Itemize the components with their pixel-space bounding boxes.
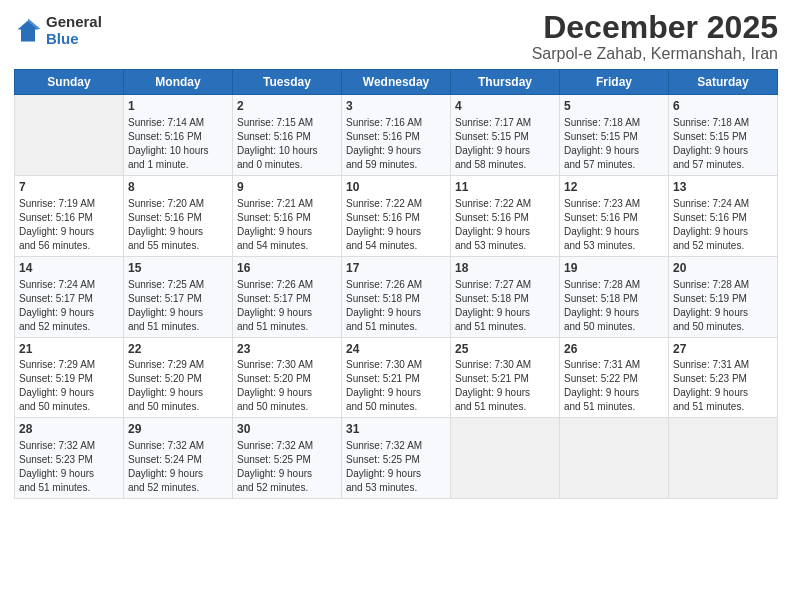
day-info-line: and 51 minutes. (237, 320, 337, 334)
day-info-line: and 53 minutes. (564, 239, 664, 253)
day-info-line: and 55 minutes. (128, 239, 228, 253)
day-info-line: Daylight: 9 hours (673, 144, 773, 158)
day-info-line: and 52 minutes. (673, 239, 773, 253)
calendar-cell (451, 418, 560, 499)
day-info-line: Sunrise: 7:20 AM (128, 197, 228, 211)
calendar-cell: 25Sunrise: 7:30 AMSunset: 5:21 PMDayligh… (451, 337, 560, 418)
day-info-line: Daylight: 9 hours (564, 386, 664, 400)
calendar-cell: 31Sunrise: 7:32 AMSunset: 5:25 PMDayligh… (342, 418, 451, 499)
day-info-line: Sunset: 5:21 PM (346, 372, 446, 386)
day-info-line: and 53 minutes. (346, 481, 446, 495)
day-info-line: Sunset: 5:23 PM (673, 372, 773, 386)
day-info-line: Sunrise: 7:32 AM (19, 439, 119, 453)
day-info-line: and 50 minutes. (237, 400, 337, 414)
col-saturday: Saturday (669, 70, 778, 95)
day-info-line: Sunrise: 7:18 AM (673, 116, 773, 130)
calendar-cell: 29Sunrise: 7:32 AMSunset: 5:24 PMDayligh… (124, 418, 233, 499)
calendar-week-row: 21Sunrise: 7:29 AMSunset: 5:19 PMDayligh… (15, 337, 778, 418)
day-info-line: Daylight: 9 hours (455, 225, 555, 239)
day-info-line: Sunrise: 7:30 AM (346, 358, 446, 372)
logo-text: General Blue (46, 14, 102, 47)
day-info-line: and 50 minutes. (564, 320, 664, 334)
col-thursday: Thursday (451, 70, 560, 95)
day-info-line: Daylight: 9 hours (237, 306, 337, 320)
day-info-line: Sunrise: 7:27 AM (455, 278, 555, 292)
day-info-line: Sunset: 5:16 PM (346, 130, 446, 144)
day-info-line: Daylight: 9 hours (19, 386, 119, 400)
calendar-cell: 21Sunrise: 7:29 AMSunset: 5:19 PMDayligh… (15, 337, 124, 418)
day-info-line: Sunset: 5:23 PM (19, 453, 119, 467)
day-info-line: and 51 minutes. (564, 400, 664, 414)
day-info-line: Sunset: 5:18 PM (455, 292, 555, 306)
calendar-cell: 18Sunrise: 7:27 AMSunset: 5:18 PMDayligh… (451, 256, 560, 337)
day-info-line: Daylight: 9 hours (128, 467, 228, 481)
day-info-line: and 59 minutes. (346, 158, 446, 172)
day-info-line: Daylight: 9 hours (346, 225, 446, 239)
day-info-line: Daylight: 9 hours (673, 386, 773, 400)
calendar-cell: 28Sunrise: 7:32 AMSunset: 5:23 PMDayligh… (15, 418, 124, 499)
day-info-line: Sunset: 5:15 PM (564, 130, 664, 144)
day-number: 21 (19, 341, 119, 358)
day-info-line: Sunset: 5:24 PM (128, 453, 228, 467)
day-info-line: and 52 minutes. (19, 320, 119, 334)
day-info-line: Sunset: 5:20 PM (237, 372, 337, 386)
day-number: 19 (564, 260, 664, 277)
calendar-cell (669, 418, 778, 499)
day-info-line: Daylight: 9 hours (673, 225, 773, 239)
calendar-cell: 27Sunrise: 7:31 AMSunset: 5:23 PMDayligh… (669, 337, 778, 418)
page-header: General Blue December 2025 Sarpol-e Zaha… (14, 10, 778, 63)
day-info-line: Daylight: 10 hours (128, 144, 228, 158)
day-number: 10 (346, 179, 446, 196)
day-info-line: and 51 minutes. (455, 320, 555, 334)
day-number: 28 (19, 421, 119, 438)
day-info-line: Sunset: 5:16 PM (237, 130, 337, 144)
day-number: 9 (237, 179, 337, 196)
day-number: 24 (346, 341, 446, 358)
day-info-line: Sunrise: 7:29 AM (128, 358, 228, 372)
day-info-line: Sunset: 5:17 PM (128, 292, 228, 306)
day-info-line: Daylight: 9 hours (346, 306, 446, 320)
day-number: 26 (564, 341, 664, 358)
day-info-line: Sunset: 5:15 PM (455, 130, 555, 144)
day-number: 13 (673, 179, 773, 196)
header-row: Sunday Monday Tuesday Wednesday Thursday… (15, 70, 778, 95)
day-info-line: and 51 minutes. (346, 320, 446, 334)
day-info-line: Sunset: 5:18 PM (346, 292, 446, 306)
day-info-line: Sunrise: 7:14 AM (128, 116, 228, 130)
day-info-line: Sunrise: 7:32 AM (346, 439, 446, 453)
day-info-line: Sunrise: 7:15 AM (237, 116, 337, 130)
calendar-cell: 12Sunrise: 7:23 AMSunset: 5:16 PMDayligh… (560, 175, 669, 256)
day-info-line: Sunrise: 7:16 AM (346, 116, 446, 130)
day-info-line: Sunset: 5:16 PM (673, 211, 773, 225)
day-info-line: Sunrise: 7:24 AM (673, 197, 773, 211)
day-number: 7 (19, 179, 119, 196)
calendar-week-row: 7Sunrise: 7:19 AMSunset: 5:16 PMDaylight… (15, 175, 778, 256)
calendar-cell: 16Sunrise: 7:26 AMSunset: 5:17 PMDayligh… (233, 256, 342, 337)
day-info-line: and 57 minutes. (673, 158, 773, 172)
day-info-line: Daylight: 9 hours (455, 144, 555, 158)
calendar-week-row: 28Sunrise: 7:32 AMSunset: 5:23 PMDayligh… (15, 418, 778, 499)
day-info-line: and 54 minutes. (237, 239, 337, 253)
day-info-line: Sunrise: 7:19 AM (19, 197, 119, 211)
calendar-cell: 26Sunrise: 7:31 AMSunset: 5:22 PMDayligh… (560, 337, 669, 418)
day-info-line: Sunrise: 7:30 AM (455, 358, 555, 372)
calendar-cell: 23Sunrise: 7:30 AMSunset: 5:20 PMDayligh… (233, 337, 342, 418)
day-info-line: and 0 minutes. (237, 158, 337, 172)
day-number: 22 (128, 341, 228, 358)
day-info-line: and 58 minutes. (455, 158, 555, 172)
day-info-line: Sunrise: 7:24 AM (19, 278, 119, 292)
day-number: 23 (237, 341, 337, 358)
calendar-cell: 22Sunrise: 7:29 AMSunset: 5:20 PMDayligh… (124, 337, 233, 418)
day-info-line: Sunrise: 7:31 AM (564, 358, 664, 372)
day-info-line: Daylight: 9 hours (455, 306, 555, 320)
day-info-line: Daylight: 9 hours (346, 386, 446, 400)
day-info-line: Sunrise: 7:21 AM (237, 197, 337, 211)
day-info-line: Daylight: 9 hours (19, 467, 119, 481)
day-number: 3 (346, 98, 446, 115)
day-info-line: Daylight: 9 hours (346, 144, 446, 158)
col-sunday: Sunday (15, 70, 124, 95)
day-number: 12 (564, 179, 664, 196)
day-info-line: Sunrise: 7:32 AM (128, 439, 228, 453)
col-friday: Friday (560, 70, 669, 95)
day-number: 18 (455, 260, 555, 277)
